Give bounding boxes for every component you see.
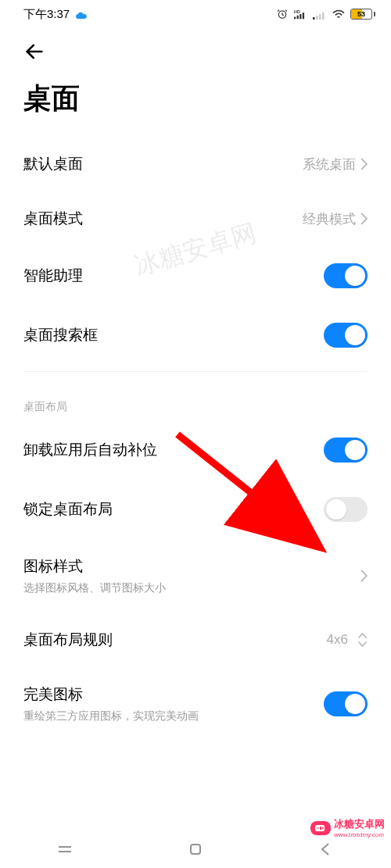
row-desktop-search[interactable]: 桌面搜索框	[0, 305, 391, 365]
row-auto-fill[interactable]: 卸载应用后自动补位	[0, 420, 391, 480]
chevron-right-icon	[361, 213, 368, 225]
svg-rect-9	[322, 13, 325, 20]
svg-rect-2	[294, 17, 296, 20]
battery-icon: 53	[350, 9, 375, 20]
signal-icon	[313, 9, 327, 20]
divider	[23, 371, 368, 372]
svg-rect-6	[313, 17, 315, 20]
label-icon-style: 图标样式	[23, 556, 361, 577]
nav-back-icon[interactable]	[317, 840, 335, 859]
label-default-desktop: 默认桌面	[23, 154, 303, 174]
svg-text:HD: HD	[294, 9, 300, 14]
header	[0, 28, 391, 66]
signal-hd-icon: HD	[294, 9, 308, 20]
row-perfect-icon[interactable]: 完美图标 重绘第三方应用图标，实现完美动画	[0, 667, 391, 741]
toggle-desktop-search[interactable]	[324, 323, 368, 348]
chevron-right-icon	[361, 570, 368, 582]
label-layout-rule: 桌面布局规则	[23, 630, 327, 650]
toggle-smart-assistant[interactable]	[324, 263, 368, 288]
wifi-icon	[332, 9, 346, 20]
row-icon-style[interactable]: 图标样式 选择图标风格、调节图标大小	[0, 539, 391, 613]
value-desktop-mode: 经典模式	[303, 210, 356, 228]
svg-rect-5	[303, 13, 304, 19]
svg-rect-4	[300, 14, 301, 19]
section-layout-title: 桌面布局	[0, 378, 391, 420]
label-lock-layout: 锁定桌面布局	[23, 499, 324, 520]
weather-icon	[74, 7, 88, 21]
row-default-desktop[interactable]: 默认桌面 系统桌面	[0, 137, 391, 191]
label-auto-fill: 卸载应用后自动补位	[23, 440, 324, 460]
status-bar: 下午3:37 HD 53	[0, 0, 391, 28]
nav-home-icon[interactable]	[186, 840, 205, 859]
toggle-auto-fill[interactable]	[324, 438, 368, 463]
svg-rect-15	[191, 845, 200, 854]
updown-icon	[357, 631, 368, 648]
row-lock-layout[interactable]: 锁定桌面布局	[0, 480, 391, 539]
svg-rect-8	[319, 14, 321, 20]
svg-rect-7	[316, 16, 318, 20]
alarm-icon	[275, 9, 289, 20]
row-smart-assistant[interactable]: 智能助理	[0, 246, 391, 305]
nav-recents-icon[interactable]	[56, 840, 74, 859]
status-left: 下午3:37	[23, 7, 88, 22]
label-desktop-search: 桌面搜索框	[23, 325, 324, 345]
status-right: HD 53	[275, 9, 375, 20]
back-arrow-icon[interactable]	[23, 41, 45, 63]
svg-point-12	[317, 827, 319, 829]
sublabel-icon-style: 选择图标风格、调节图标大小	[23, 581, 361, 595]
row-layout-rule[interactable]: 桌面布局规则 4x6	[0, 613, 391, 667]
value-default-desktop: 系统桌面	[303, 155, 356, 173]
nav-bar	[0, 830, 391, 868]
label-smart-assistant: 智能助理	[23, 266, 324, 286]
svg-rect-3	[297, 16, 299, 20]
label-desktop-mode: 桌面模式	[23, 209, 303, 229]
value-layout-rule: 4x6	[327, 632, 348, 648]
battery-value: 53	[351, 10, 371, 18]
watermark-brand: 冰糖安卓网	[334, 817, 385, 831]
chevron-right-icon	[361, 158, 368, 170]
sublabel-perfect-icon: 重绘第三方应用图标，实现完美动画	[23, 709, 324, 723]
toggle-lock-layout[interactable]	[324, 497, 368, 522]
row-desktop-mode[interactable]: 桌面模式 经典模式	[0, 191, 391, 246]
page-title: 桌面	[0, 66, 391, 137]
status-time: 下午3:37	[23, 7, 70, 22]
label-perfect-icon: 完美图标	[23, 684, 324, 705]
toggle-perfect-icon[interactable]	[324, 691, 368, 716]
